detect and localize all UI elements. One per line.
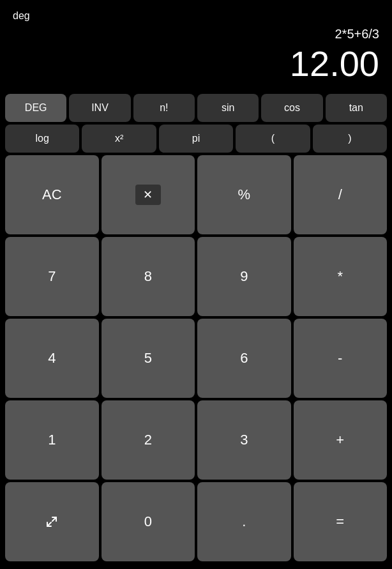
sin-button[interactable]: sin	[197, 94, 259, 122]
deg-label: deg	[13, 10, 30, 22]
plus-button[interactable]: +	[294, 400, 388, 480]
multiply-button[interactable]: *	[294, 237, 388, 316]
buttons-area: DEGINVn!sincostan logx²pi() AC✕%/ 789* 4…	[0, 89, 392, 569]
nine-button[interactable]: 9	[197, 237, 291, 316]
eight-button[interactable]: 8	[102, 237, 195, 316]
inv-button[interactable]: INV	[69, 94, 130, 122]
tan-button[interactable]: tan	[326, 94, 387, 122]
three-button[interactable]: 3	[197, 400, 291, 480]
minus-button[interactable]: -	[294, 319, 388, 398]
percent-button[interactable]: %	[197, 155, 291, 234]
calc-row-1: 789*	[5, 237, 387, 316]
clear-button[interactable]: AC	[5, 155, 99, 234]
cos-button[interactable]: cos	[261, 94, 322, 122]
zero-button[interactable]: 0	[102, 482, 195, 561]
one-button[interactable]: 1	[5, 400, 99, 480]
factorial-button[interactable]: n!	[133, 94, 195, 122]
calc-row-4: 0.=	[5, 482, 387, 561]
close-paren-button[interactable]: )	[313, 125, 387, 153]
backspace-button[interactable]: ✕	[102, 155, 195, 234]
calc-row-3: 123+	[5, 400, 387, 480]
scientific-row-2: logx²pi()	[5, 125, 387, 153]
four-button[interactable]: 4	[5, 319, 99, 398]
scientific-row-1: DEGINVn!sincostan	[5, 94, 387, 122]
two-button[interactable]: 2	[102, 400, 195, 480]
open-paren-button[interactable]: (	[236, 125, 310, 153]
result-display: 12.00	[290, 44, 379, 84]
collapse-icon	[42, 512, 61, 531]
backspace-icon: ✕	[135, 185, 161, 205]
calc-row-0: AC✕%/	[5, 155, 387, 234]
log-button[interactable]: log	[5, 125, 79, 153]
expression-display: 2*5+6/3	[335, 27, 379, 42]
divide-button[interactable]: /	[294, 155, 388, 234]
six-button[interactable]: 6	[197, 319, 291, 398]
decimal-button[interactable]: .	[197, 482, 291, 561]
display-area: deg 2*5+6/3 12.00	[0, 0, 392, 89]
five-button[interactable]: 5	[102, 319, 195, 398]
seven-button[interactable]: 7	[5, 237, 99, 316]
collapse-button[interactable]	[5, 482, 99, 561]
square-button[interactable]: x²	[82, 125, 156, 153]
pi-button[interactable]: pi	[159, 125, 233, 153]
equals-button[interactable]: =	[294, 482, 388, 561]
calc-row-2: 456-	[5, 319, 387, 398]
deg-button[interactable]: DEG	[5, 94, 66, 122]
